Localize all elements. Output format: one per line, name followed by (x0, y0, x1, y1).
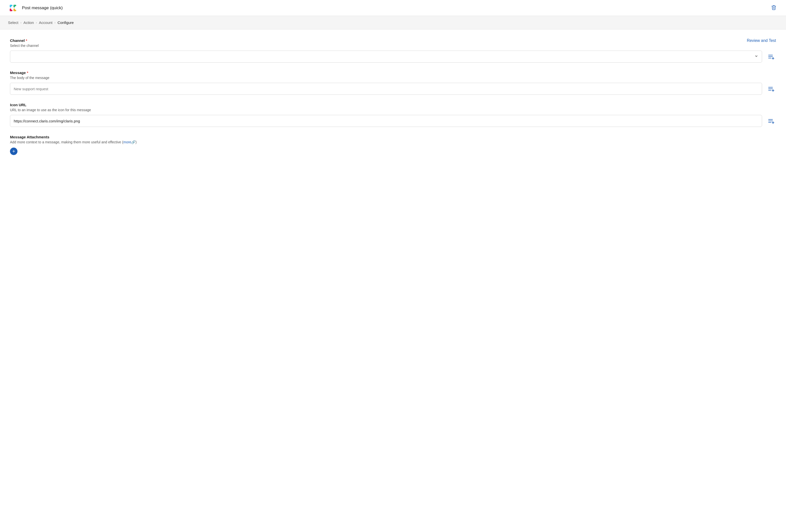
svg-rect-2 (10, 5, 13, 6)
icon-url-description: URL to an image to use as the icon for t… (10, 108, 776, 112)
channel-select-wrapper[interactable] (10, 51, 762, 63)
svg-rect-6 (14, 10, 16, 11)
message-field-row (10, 83, 776, 95)
breadcrumb: Select › Action › Account › Configure (0, 16, 786, 29)
breadcrumb-account[interactable]: Account (39, 20, 52, 25)
icon-url-list-add-icon (767, 117, 775, 124)
slack-logo-icon (8, 3, 18, 13)
channel-label: Channel * (10, 39, 776, 43)
message-list-add-icon (767, 85, 775, 92)
channel-description: Select the channel (10, 44, 776, 48)
trash-icon (771, 5, 777, 10)
channel-section: Channel * Select the channel (10, 39, 776, 63)
icon-url-label: Icon URL (10, 103, 776, 107)
icon-url-add-button[interactable] (766, 116, 776, 126)
channel-select[interactable] (10, 51, 762, 62)
footer: Save (0, 529, 786, 532)
app-header: Post message (quick) (0, 0, 786, 16)
message-add-button[interactable] (766, 84, 776, 94)
breadcrumb-select[interactable]: Select (8, 20, 19, 25)
svg-rect-7 (10, 10, 13, 11)
message-required-star: * (27, 71, 28, 75)
channel-field-row (10, 51, 776, 63)
breadcrumb-sep-3: › (54, 21, 55, 24)
channel-required-star: * (26, 39, 27, 43)
icon-url-input[interactable] (10, 115, 762, 127)
main-content: Review and Test Channel * Select the cha… (0, 29, 786, 529)
icon-url-section: Icon URL URL to an image to use as the i… (10, 103, 776, 127)
svg-rect-4 (14, 5, 15, 7)
plus-icon: + (12, 149, 15, 154)
breadcrumb-sep-2: › (36, 21, 37, 24)
attachments-label: Message Attachments (10, 135, 776, 139)
attachments-add-button[interactable]: + (10, 147, 18, 155)
app-title: Post message (quick) (22, 5, 63, 10)
review-test-link[interactable]: Review and Test (747, 39, 776, 43)
list-add-icon (767, 53, 775, 60)
delete-button[interactable] (769, 3, 778, 13)
breadcrumb-sep-1: › (20, 21, 21, 24)
header-left: Post message (quick) (8, 3, 63, 13)
breadcrumb-action[interactable]: Action (23, 20, 34, 25)
message-input[interactable] (10, 83, 762, 95)
message-description: The body of the message (10, 76, 776, 80)
attachments-description: Add more context to a message, making th… (10, 140, 776, 144)
channel-add-button[interactable] (766, 52, 776, 62)
breadcrumb-configure[interactable]: Configure (57, 20, 74, 25)
icon-url-field-row (10, 115, 776, 127)
attachments-section: Message Attachments Add more context to … (10, 135, 776, 155)
attachments-more-link[interactable]: more🔗 (123, 140, 135, 144)
message-section: Message * The body of the message (10, 71, 776, 95)
message-label: Message * (10, 71, 776, 75)
